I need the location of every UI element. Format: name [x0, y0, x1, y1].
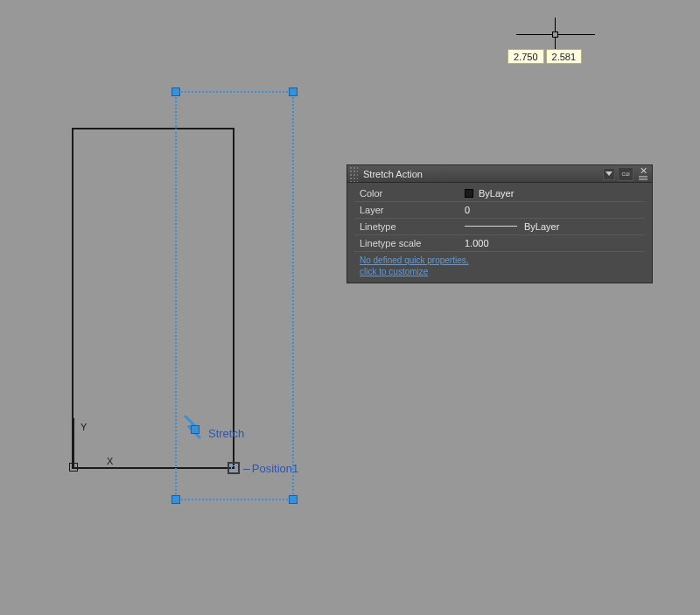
linetype-preview-icon — [465, 226, 517, 227]
property-row-color[interactable]: Color ByLayer — [360, 185, 645, 200]
coord-x: 2.750 — [508, 49, 544, 64]
crosshair-cursor — [516, 17, 595, 52]
stretch-action-marker[interactable]: Stretch — [186, 418, 244, 441]
drawing-canvas[interactable]: 2.750 2.581 Y X Stretch – Position1 S — [0, 0, 700, 615]
property-key: Linetype scale — [360, 238, 465, 248]
property-key: Layer — [360, 205, 465, 215]
stretch-label: Stretch — [208, 427, 244, 440]
panel-options-button[interactable] — [603, 168, 615, 180]
quick-properties-panel[interactable]: Stretch Action CUI ✕ Color ByLayer — [346, 164, 653, 283]
grip-nw[interactable] — [172, 87, 180, 96]
dash-icon: – — [243, 461, 250, 475]
ucs-icon: Y X — [72, 418, 133, 479]
ucs-y-label: Y — [80, 422, 87, 432]
property-value: ByLayer — [524, 221, 559, 232]
color-swatch-icon — [465, 189, 473, 198]
panel-title: Stretch Action — [361, 169, 603, 179]
property-row-ltscale[interactable]: Linetype scale 1.000 — [360, 235, 645, 250]
customize-ui-button[interactable]: CUI — [618, 167, 634, 181]
svg-marker-0 — [606, 171, 612, 176]
close-button[interactable]: ✕ — [640, 167, 648, 174]
ucs-x-label: X — [107, 456, 113, 466]
property-key: Linetype — [360, 221, 465, 232]
property-row-linetype[interactable]: Linetype ByLayer — [360, 219, 645, 234]
property-value: 0 — [465, 205, 470, 215]
stretch-icon — [186, 418, 205, 441]
panel-header[interactable]: Stretch Action CUI ✕ — [347, 165, 652, 183]
customize-link-line2[interactable]: click to customize — [360, 266, 645, 277]
coord-y: 2.581 — [546, 49, 583, 64]
panel-menu-icon[interactable] — [639, 175, 648, 181]
grip-ne[interactable] — [289, 87, 298, 96]
property-value: 1.000 — [465, 238, 489, 248]
position-label: Position1 — [252, 462, 298, 475]
grip-se[interactable] — [289, 495, 298, 504]
customize-link-line1[interactable]: No defined quick properties, — [360, 255, 645, 266]
drag-handle-icon[interactable] — [349, 166, 358, 182]
position-parameter-marker[interactable]: – Position1 — [228, 461, 298, 475]
property-value: ByLayer — [479, 188, 514, 199]
coordinate-readout: 2.750 2.581 — [508, 49, 582, 64]
chevron-down-icon — [606, 171, 612, 177]
panel-body: Color ByLayer Layer 0 Linetype ByLayer — [347, 183, 652, 283]
grip-sw[interactable] — [172, 495, 180, 504]
property-row-layer[interactable]: Layer 0 — [360, 202, 645, 217]
cui-label: CUI — [621, 171, 629, 176]
position-grip-icon — [228, 462, 240, 474]
property-key: Color — [360, 188, 465, 199]
